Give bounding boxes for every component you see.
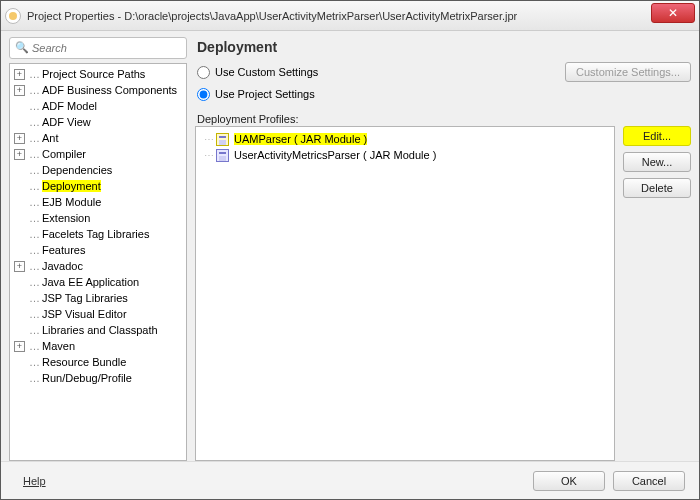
profiles-buttons: Edit... New... Delete — [623, 126, 691, 461]
profile-item[interactable]: ⋯UAMParser ( JAR Module ) — [198, 131, 612, 147]
tree-item-label: Dependencies — [42, 164, 112, 176]
profile-label: UserActivityMetricsParser ( JAR Module ) — [234, 149, 436, 161]
tree-item[interactable]: +…Javadoc — [10, 258, 186, 274]
tree-connector: … — [29, 324, 39, 336]
tree-item-label: Features — [42, 244, 85, 256]
tree-item[interactable]: …Java EE Application — [10, 274, 186, 290]
left-pane: 🔍 +…Project Source Paths+…ADF Business C… — [9, 37, 187, 461]
tree-connector: … — [29, 244, 39, 256]
jar-icon — [216, 133, 229, 146]
tree-connector: … — [29, 196, 39, 208]
ok-button[interactable]: OK — [533, 471, 605, 491]
use-project-radio[interactable] — [197, 88, 210, 101]
profiles-area: ⋯UAMParser ( JAR Module )⋯UserActivityMe… — [195, 126, 691, 461]
tree-item-label: Java EE Application — [42, 276, 139, 288]
search-wrap: 🔍 — [9, 37, 187, 59]
right-pane: Deployment Use Custom Settings Customize… — [195, 37, 691, 461]
tree-connector: … — [29, 292, 39, 304]
tree-item-label: ADF View — [42, 116, 91, 128]
edit-button[interactable]: Edit... — [623, 126, 691, 146]
tree-item-label: Javadoc — [42, 260, 83, 272]
tree-item-label: Facelets Tag Libraries — [42, 228, 149, 240]
tree-item-label: Libraries and Classpath — [42, 324, 158, 336]
panel-heading: Deployment — [197, 39, 691, 55]
tree-connector: … — [29, 100, 39, 112]
tree-connector: … — [29, 212, 39, 224]
window-title: Project Properties - D:\oracle\projects\… — [27, 10, 651, 22]
dialog-window: Project Properties - D:\oracle\projects\… — [0, 0, 700, 500]
profile-label: UAMParser ( JAR Module ) — [234, 133, 367, 145]
app-icon — [5, 8, 21, 24]
tree-connector: … — [29, 68, 39, 80]
jar-icon — [216, 149, 229, 162]
profile-item[interactable]: ⋯UserActivityMetricsParser ( JAR Module … — [198, 147, 612, 163]
tree-item[interactable]: +…Maven — [10, 338, 186, 354]
expand-icon[interactable]: + — [14, 341, 25, 352]
tree-item-label: EJB Module — [42, 196, 101, 208]
tree-item-label: JSP Tag Libraries — [42, 292, 128, 304]
tree-connector: … — [29, 132, 39, 144]
delete-button[interactable]: Delete — [623, 178, 691, 198]
new-button[interactable]: New... — [623, 152, 691, 172]
tree-item[interactable]: …Run/Debug/Profile — [10, 370, 186, 386]
tree-connector: … — [29, 180, 39, 192]
category-tree[interactable]: +…Project Source Paths+…ADF Business Com… — [9, 63, 187, 461]
tree-item[interactable]: +…Compiler — [10, 146, 186, 162]
search-input[interactable] — [9, 37, 187, 59]
radio-row-custom: Use Custom Settings Customize Settings..… — [197, 63, 691, 81]
tree-item-label: Ant — [42, 132, 59, 144]
tree-item[interactable]: +…ADF Business Components — [10, 82, 186, 98]
tree-item-label: Compiler — [42, 148, 86, 160]
tree-connector: … — [29, 308, 39, 320]
expand-icon[interactable]: + — [14, 149, 25, 160]
tree-item[interactable]: …JSP Tag Libraries — [10, 290, 186, 306]
tree-item[interactable]: …Facelets Tag Libraries — [10, 226, 186, 242]
tree-item[interactable]: +…Ant — [10, 130, 186, 146]
expand-icon[interactable]: + — [14, 133, 25, 144]
profiles-list[interactable]: ⋯UAMParser ( JAR Module )⋯UserActivityMe… — [195, 126, 615, 461]
expand-icon[interactable]: + — [14, 261, 25, 272]
tree-connector: … — [29, 116, 39, 128]
tree-item-label: Deployment — [42, 180, 101, 192]
tree-item-label: ADF Model — [42, 100, 97, 112]
expand-icon[interactable]: + — [14, 85, 25, 96]
help-link[interactable]: Help — [15, 475, 54, 487]
tree-connector: … — [29, 164, 39, 176]
tree-connector: … — [29, 340, 39, 352]
tree-item[interactable]: …Deployment — [10, 178, 186, 194]
close-button[interactable]: ✕ — [651, 3, 695, 23]
tree-connector: … — [29, 276, 39, 288]
tree-item-label: Project Source Paths — [42, 68, 145, 80]
use-custom-radio[interactable] — [197, 66, 210, 79]
tree-item[interactable]: …Features — [10, 242, 186, 258]
customize-settings-button[interactable]: Customize Settings... — [565, 62, 691, 82]
dialog-footer: Help OK Cancel — [1, 461, 699, 499]
tree-connector: … — [29, 260, 39, 272]
tree-connector: … — [29, 84, 39, 96]
tree-item[interactable]: …EJB Module — [10, 194, 186, 210]
tree-item-label: Run/Debug/Profile — [42, 372, 132, 384]
tree-item[interactable]: …Libraries and Classpath — [10, 322, 186, 338]
tree-item-label: JSP Visual Editor — [42, 308, 127, 320]
tree-item[interactable]: …ADF Model — [10, 98, 186, 114]
tree-connector: … — [29, 148, 39, 160]
profiles-label: Deployment Profiles: — [197, 113, 691, 125]
tree-item-label: Extension — [42, 212, 90, 224]
tree-connector: … — [29, 228, 39, 240]
tree-connector: … — [29, 372, 39, 384]
tree-item[interactable]: +…Project Source Paths — [10, 66, 186, 82]
expand-icon[interactable]: + — [14, 69, 25, 80]
tree-connector: ⋯ — [204, 134, 214, 145]
search-icon: 🔍 — [15, 41, 29, 54]
tree-connector: … — [29, 356, 39, 368]
cancel-button[interactable]: Cancel — [613, 471, 685, 491]
tree-item[interactable]: …Dependencies — [10, 162, 186, 178]
tree-item-label: Resource Bundle — [42, 356, 126, 368]
tree-item[interactable]: …ADF View — [10, 114, 186, 130]
tree-item[interactable]: …Resource Bundle — [10, 354, 186, 370]
tree-item[interactable]: …JSP Visual Editor — [10, 306, 186, 322]
tree-connector: ⋯ — [204, 150, 214, 161]
tree-item-label: ADF Business Components — [42, 84, 177, 96]
tree-item[interactable]: …Extension — [10, 210, 186, 226]
use-custom-label: Use Custom Settings — [215, 66, 318, 78]
